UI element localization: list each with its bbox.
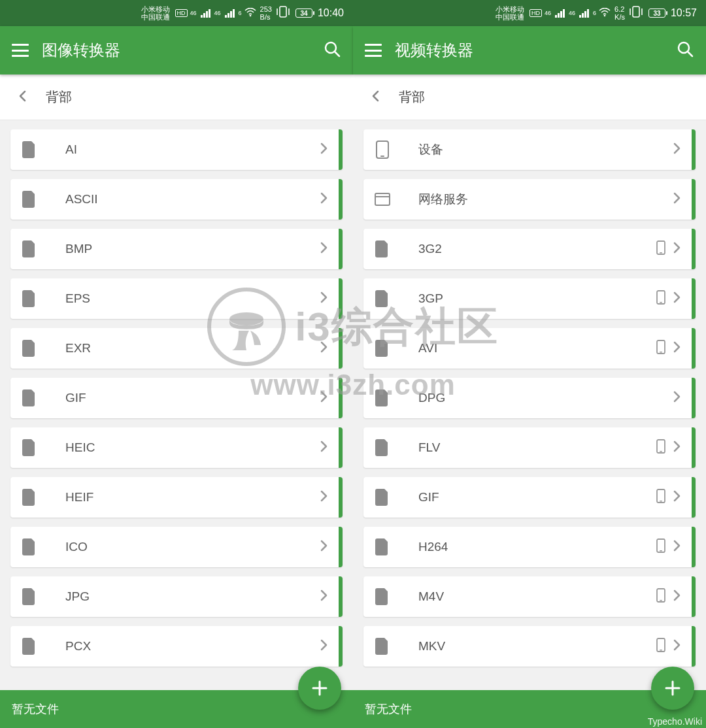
chevron-right-icon: [320, 639, 328, 654]
signal-bars-icon: [555, 9, 565, 18]
list-item[interactable]: GIF: [363, 477, 696, 518]
clock: 10:40: [318, 7, 344, 19]
list-item[interactable]: AVI: [363, 328, 696, 369]
list-item-label: EPS: [65, 291, 320, 306]
file-icon: [20, 489, 39, 506]
back-row[interactable]: 背部: [353, 74, 706, 120]
file-icon: [373, 389, 392, 406]
list-item[interactable]: 3GP: [363, 278, 696, 319]
net-label-2: 46: [569, 10, 575, 16]
chevron-right-icon: [673, 142, 681, 157]
file-icon: [373, 588, 392, 605]
wifi-icon: [244, 8, 256, 19]
list-item[interactable]: MKV: [363, 626, 696, 667]
format-list: 设备 网络服务 3G2 3GP: [353, 120, 706, 728]
file-icon: [20, 638, 39, 655]
chevron-right-icon: [320, 540, 328, 554]
file-icon: [373, 439, 392, 456]
list-item[interactable]: M4V: [363, 576, 696, 617]
list-item[interactable]: EPS: [10, 278, 343, 319]
list-item[interactable]: H264: [363, 527, 696, 567]
add-fab[interactable]: [651, 667, 694, 710]
svg-point-0: [249, 14, 251, 16]
chevron-right-icon: [673, 341, 681, 356]
hd-badge: HD: [175, 9, 188, 17]
list-item[interactable]: DPG: [363, 378, 696, 418]
list-item[interactable]: BMP: [10, 229, 343, 269]
list-item[interactable]: HEIF: [10, 477, 343, 518]
app-title: 视频转换器: [395, 40, 663, 61]
file-icon: [373, 290, 392, 307]
file-icon: [373, 538, 392, 555]
net-label-1: 46: [190, 10, 197, 16]
file-icon: [20, 191, 39, 208]
list-item[interactable]: 设备: [363, 129, 696, 170]
footer-credit: Typecho.Wiki: [648, 716, 702, 727]
svg-rect-19: [660, 252, 662, 254]
list-item[interactable]: AI: [10, 129, 343, 170]
list-item-label: DPG: [418, 391, 673, 405]
phone-icon: [373, 141, 392, 159]
signal-bars-icon: [225, 9, 235, 18]
format-list: AI ASCII BMP EPS: [0, 120, 353, 728]
list-item[interactable]: JPG: [10, 576, 343, 617]
list-item[interactable]: ICO: [10, 527, 343, 567]
svg-rect-9: [633, 7, 639, 17]
menu-button[interactable]: [12, 44, 29, 57]
file-icon: [373, 489, 392, 506]
wifi-strength: 6: [593, 10, 596, 16]
data-rate: 6.2 K/s: [614, 5, 625, 21]
chevron-right-icon: [320, 589, 328, 604]
file-icon: [20, 439, 39, 456]
signal-bars-icon: [201, 9, 210, 18]
list-item[interactable]: 3G2: [363, 229, 696, 269]
list-item-label: FLV: [418, 440, 656, 455]
phone-icon: [656, 340, 665, 357]
list-item-label: 网络服务: [418, 191, 673, 208]
status-bar: 小米移动 中国联通 HD 46 46 6 6.2 K/s 33 10:57: [353, 0, 706, 26]
list-item-label: HEIC: [65, 440, 320, 455]
list-item[interactable]: HEIC: [10, 427, 343, 468]
net-label-1: 46: [545, 10, 551, 16]
carrier-labels: 小米移动 中国联通: [141, 5, 170, 21]
list-item-label: 3GP: [418, 291, 656, 306]
file-icon: [20, 141, 39, 158]
menu-button[interactable]: [365, 44, 382, 57]
list-item[interactable]: EXR: [10, 328, 343, 369]
phone-icon: [656, 538, 665, 555]
file-icon: [20, 340, 39, 357]
phone-icon: [656, 439, 665, 456]
phone-icon: [656, 240, 665, 257]
list-item-label: 设备: [418, 141, 673, 158]
svg-rect-1: [280, 7, 286, 17]
web-icon: [373, 193, 392, 206]
file-icon: [20, 538, 39, 555]
list-item-label: HEIF: [65, 490, 320, 505]
list-item-label: H264: [418, 540, 656, 554]
file-icon: [373, 638, 392, 655]
chevron-right-icon: [673, 639, 681, 654]
search-button[interactable]: [323, 40, 341, 61]
chevron-right-icon: [673, 540, 681, 554]
clock: 10:57: [671, 7, 697, 19]
search-button[interactable]: [676, 40, 694, 61]
data-rate: 253 B/s: [260, 5, 272, 21]
chevron-right-icon: [320, 490, 328, 505]
svg-rect-16: [375, 193, 390, 205]
list-item[interactable]: FLV: [363, 427, 696, 468]
file-icon: [373, 240, 392, 257]
back-row[interactable]: 背部: [0, 74, 353, 120]
list-item[interactable]: 网络服务: [363, 179, 696, 220]
list-item-label: GIF: [65, 391, 320, 405]
file-icon: [20, 240, 39, 257]
svg-rect-15: [380, 156, 384, 157]
list-item-label: ASCII: [65, 192, 320, 207]
file-icon: [373, 340, 392, 357]
list-item[interactable]: PCX: [10, 626, 343, 667]
list-item-label: GIF: [418, 490, 656, 505]
add-fab[interactable]: [298, 667, 341, 710]
battery-icon: 33: [648, 8, 665, 18]
chevron-right-icon: [673, 242, 681, 256]
list-item[interactable]: ASCII: [10, 179, 343, 220]
list-item[interactable]: GIF: [10, 378, 343, 418]
